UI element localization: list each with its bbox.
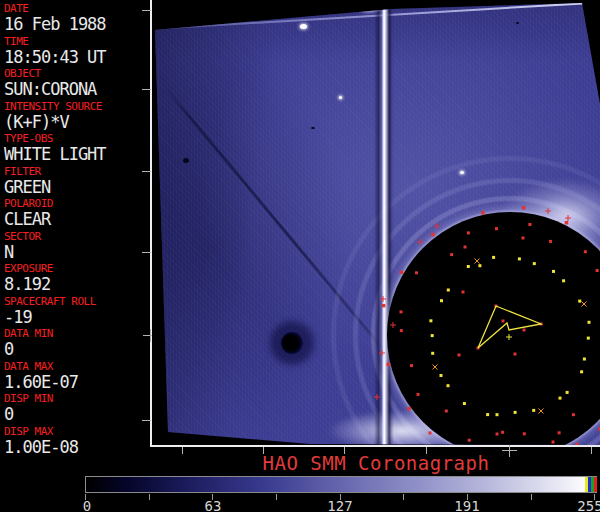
pylon-bright-streak bbox=[374, 0, 394, 445]
metadata-field: OBJECT SUN:CORONA bbox=[0, 67, 150, 100]
field-value: -19 bbox=[4, 308, 150, 327]
axis-tick-left bbox=[142, 420, 151, 421]
field-value: CLEAR bbox=[4, 210, 150, 229]
metadata-field: POLAROID CLEAR bbox=[0, 197, 150, 230]
colorbar-tick bbox=[403, 494, 404, 500]
colorbar-tick bbox=[149, 494, 150, 500]
field-value: 1.00E-08 bbox=[4, 438, 150, 457]
colorbar-tick-label: 127 bbox=[327, 498, 352, 512]
field-value: SUN:CORONA bbox=[4, 80, 150, 99]
metadata-field: DATA MAX 1.60E-07 bbox=[0, 360, 150, 393]
dust-blob bbox=[281, 332, 303, 354]
metadata-field: DATE 16 Feb 1988 bbox=[0, 2, 150, 35]
colorbar-tick-label: 255 bbox=[577, 498, 600, 512]
metadata-field: SECTOR N bbox=[0, 230, 150, 263]
field-label: INTENSITY SOURCE bbox=[4, 100, 150, 113]
metadata-field: DATA MIN 0 bbox=[0, 327, 150, 360]
field-value: 16 Feb 1988 bbox=[4, 15, 150, 34]
coronagraph-viewer: { "header": {"app": "HAO SMM Coronagraph… bbox=[0, 0, 600, 512]
field-label: DATA MAX bbox=[4, 360, 150, 373]
metadata-field: DISP MAX 1.00E-08 bbox=[0, 425, 150, 458]
page-title: HAO SMM Coronagraph bbox=[152, 452, 600, 474]
camera-frame bbox=[152, 0, 600, 445]
star-dot bbox=[300, 24, 307, 29]
field-label: TIME bbox=[4, 35, 150, 48]
metadata-field: SPACECRAFT ROLL -19 bbox=[0, 295, 150, 328]
metadata-field: INTENSITY SOURCE (K+F)*V bbox=[0, 100, 150, 133]
field-label: DISP MAX bbox=[4, 425, 150, 438]
metadata-field: TYPE-OBS WHITE LIGHT bbox=[0, 132, 150, 165]
metadata-field: TIME 18:50:43 UT bbox=[0, 35, 150, 68]
axis-tick-left bbox=[142, 89, 151, 90]
field-label: SPACECRAFT ROLL bbox=[4, 295, 150, 308]
axis-tick-left bbox=[142, 10, 151, 11]
metadata-field: EXPOSURE 8.192 bbox=[0, 262, 150, 295]
field-value: 0 bbox=[4, 405, 150, 424]
dark-speck bbox=[311, 127, 315, 129]
colorbar-tick bbox=[531, 494, 532, 500]
colorbar-tick-label: 191 bbox=[454, 498, 479, 512]
sun-center-cross bbox=[150, 329, 151, 342]
field-value: 8.192 bbox=[4, 275, 150, 294]
field-value: WHITE LIGHT bbox=[4, 145, 150, 164]
bright-smear-top bbox=[355, 2, 383, 14]
dark-speck bbox=[183, 158, 189, 163]
coronagraph-image bbox=[152, 0, 600, 445]
star-dot bbox=[339, 96, 342, 99]
field-value: GREEN bbox=[4, 178, 150, 197]
colorbar-tick bbox=[276, 494, 277, 500]
metadata-sidebar: DATE 16 Feb 1988 TIME 18:50:43 UT OBJECT… bbox=[0, 0, 150, 456]
colorbar-reference-stripe bbox=[594, 477, 597, 492]
image-frame-bottom-line bbox=[150, 445, 600, 447]
field-value: 18:50:43 UT bbox=[4, 48, 150, 67]
intensity-colorbar bbox=[85, 476, 597, 493]
field-label: SECTOR bbox=[4, 230, 150, 243]
field-value: 1.60E-07 bbox=[4, 373, 150, 392]
field-label: DISP MIN bbox=[4, 392, 150, 405]
metadata-field: DISP MIN 0 bbox=[0, 392, 150, 425]
colorbar-tick-label: 0 bbox=[83, 498, 91, 512]
axis-tick-left bbox=[142, 252, 151, 253]
colorbar-tick-label: 63 bbox=[205, 498, 222, 512]
field-value: N bbox=[4, 243, 150, 262]
field-value: (K+F)*V bbox=[4, 113, 150, 132]
axis-tick-left bbox=[142, 171, 151, 172]
field-label: DATA MIN bbox=[4, 327, 150, 340]
dark-speck bbox=[516, 22, 519, 24]
metadata-field: FILTER GREEN bbox=[0, 165, 150, 198]
field-label: FILTER bbox=[4, 165, 150, 178]
field-value: 0 bbox=[4, 340, 150, 359]
star-dot bbox=[460, 171, 464, 174]
